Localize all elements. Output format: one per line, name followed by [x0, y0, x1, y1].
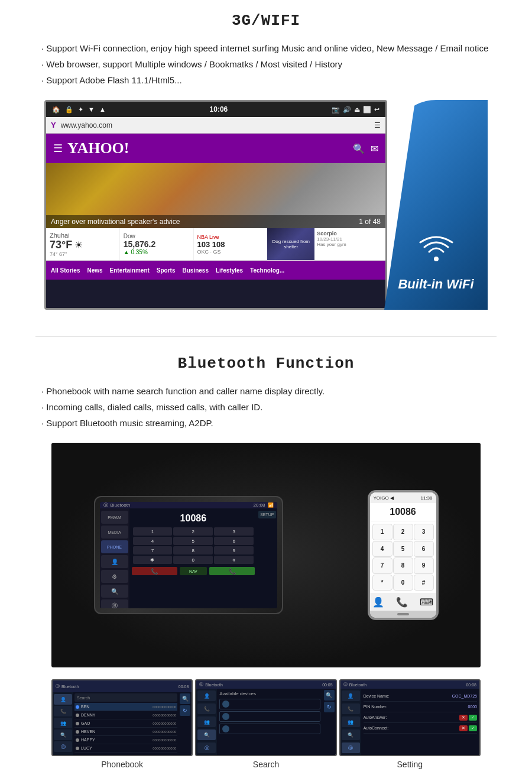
pb-item-ben[interactable]: BEN 000000000000 [74, 703, 177, 711]
phone-carrier: YOIGO ◀ [374, 495, 394, 501]
srch-item-3[interactable] [219, 724, 320, 734]
key-5[interactable]: 5 [173, 537, 213, 545]
weather-icon: ☀ [74, 239, 83, 251]
wifi-screenshot-container: 🏠 🔒 ✦ ▼ ▲ 10:06 📷 🔊 ⏏ ⬜ ↩ Y www.y [44, 100, 488, 313]
search-icon: 🔍 [353, 143, 365, 154]
srch-item-2[interactable] [219, 711, 320, 722]
phone-key-9[interactable]: 9 [414, 557, 434, 574]
phone-key-6[interactable]: 6 [414, 541, 434, 557]
phone-key-hash[interactable]: # [414, 575, 434, 591]
thumbnail-row: Ⓑ Bluetooth 00:08 👤 📞 👥 🔍 Ⓑ [51, 679, 481, 769]
phone-key-5[interactable]: 5 [393, 541, 413, 557]
phone-key-8[interactable]: 8 [393, 557, 413, 574]
srch-bt2-icon[interactable]: Ⓑ [197, 742, 216, 753]
pb-name-heven: HEVEN [81, 729, 95, 734]
phone-call-icon[interactable]: 📞 [396, 596, 408, 608]
set-contacts-icon[interactable]: 👤 [342, 690, 360, 701]
nav-lifestyles[interactable]: Lifestyles [216, 267, 243, 274]
pb-bt2-icon[interactable]: Ⓑ [54, 741, 72, 752]
set-content: Device Name: GOC_MD725 PIN Number: 0000 … [361, 689, 479, 755]
key-1[interactable]: 1 [133, 527, 173, 536]
contacts-icon-car[interactable]: 👤 [101, 555, 128, 568]
srch-group-icon[interactable]: 👥 [197, 716, 216, 727]
phone-key-3[interactable]: 3 [414, 524, 434, 540]
set-autoconnect-x[interactable]: ✕ [459, 725, 468, 731]
pb-item-denny[interactable]: DENNY 000000000000 [74, 711, 177, 719]
pb-item-heven[interactable]: HEVEN 000000000000 [74, 728, 177, 736]
end-call-btn[interactable]: 📞 [132, 567, 177, 575]
set-bt2-icon[interactable]: Ⓑ [342, 742, 360, 753]
nav-all-stories[interactable]: All Stories [51, 267, 80, 274]
car-settings-icon[interactable]: ⚙ [101, 570, 128, 583]
media-btn[interactable]: MEDIA [101, 526, 128, 539]
pb-search-btn[interactable]: 🔍 [180, 693, 190, 704]
key-0[interactable]: 0 [173, 556, 213, 564]
phone-key-0[interactable]: 0 [393, 575, 413, 591]
nav-sports[interactable]: Sports [157, 267, 176, 274]
nav-business[interactable]: Business [183, 267, 209, 274]
set-group-icon[interactable]: 👥 [342, 716, 360, 727]
set-row-pin: PIN Number: 0000 [364, 702, 477, 712]
call-btn[interactable]: 📞 [209, 567, 255, 575]
key-star[interactable]: ✱ [133, 556, 173, 564]
pb-item-lucy[interactable]: LUCY 000000000000 [74, 744, 177, 753]
key-9[interactable]: 9 [214, 546, 254, 555]
phone-key-7[interactable]: 7 [372, 557, 392, 574]
phone-key-2[interactable]: 2 [393, 524, 413, 540]
pb-phone-icon[interactable]: 📞 [54, 706, 72, 716]
key-4[interactable]: 4 [133, 537, 173, 545]
pb-contacts-icon[interactable]: 👤 [54, 694, 72, 705]
phone-home-button[interactable] [397, 613, 409, 615]
pb-item-happy[interactable]: HAPPY 000000000000 [74, 736, 177, 744]
phone-key-4[interactable]: 4 [372, 541, 392, 557]
nav-entertainment[interactable]: Entertainment [110, 267, 150, 274]
wifi-screenshot: 🏠 🔒 ✦ ▼ ▲ 10:06 📷 🔊 ⏏ ⬜ ↩ Y www.y [44, 100, 387, 310]
pb-contacts2-icon[interactable]: 👥 [54, 718, 72, 728]
pb-name-denny: DENNY [81, 713, 96, 717]
key-hash[interactable]: # [214, 556, 254, 564]
hero-section: Anger over motivational speaker's advice… [46, 163, 385, 228]
set-autoanswer-x[interactable]: ✕ [459, 715, 468, 721]
pb-time: 00:08 [179, 685, 189, 689]
nav-btn[interactable]: NAV [180, 567, 207, 575]
fmam-btn[interactable]: FM/AM [101, 511, 128, 524]
set-search2-icon[interactable]: 🔍 [342, 729, 360, 740]
phone-bottom-bar: 👤 📞 ⌨ [370, 593, 436, 611]
menu-hamburger-icon: ☰ [53, 142, 63, 155]
pb-num-denny: 000000000000 [153, 714, 176, 717]
srch-search-icon[interactable]: 🔍 [197, 729, 216, 740]
status-time: 10:06 [210, 105, 228, 114]
car-bt-icon[interactable]: Ⓑ [101, 599, 128, 608]
key-6[interactable]: 6 [214, 537, 254, 545]
setup-btn[interactable]: SETUP [258, 511, 275, 518]
srch-action-btn[interactable]: 🔍 [324, 690, 335, 701]
set-autoconnect-check[interactable]: ✓ [469, 725, 477, 731]
phone-key-star[interactable]: * [372, 575, 392, 591]
pb-search-bar[interactable]: Search [74, 693, 177, 702]
pb-item-gao[interactable]: GAO 000000000000 [74, 719, 177, 728]
car-search-icon[interactable]: 🔍 [101, 585, 128, 598]
phone-btn[interactable]: PHONE [101, 540, 128, 553]
address-bar[interactable]: Y www.yahoo.com ☰ [46, 117, 385, 134]
srch-item-1[interactable] [219, 699, 320, 709]
srch-phone-icon[interactable]: 📞 [197, 703, 216, 714]
srch-refresh-btn[interactable]: ↻ [324, 702, 335, 712]
phone-key-1[interactable]: 1 [372, 524, 392, 540]
key-8[interactable]: 8 [173, 546, 213, 555]
nav-news[interactable]: News [87, 267, 102, 274]
set-phone-icon[interactable]: 📞 [342, 703, 360, 714]
mail-icon: ✉ [371, 143, 378, 154]
key-3[interactable]: 3 [214, 527, 254, 536]
nav-technology[interactable]: Technolog... [250, 267, 284, 274]
srch-contacts-icon[interactable]: 👤 [197, 690, 216, 701]
phone-keypad-icon[interactable]: ⌨ [420, 596, 433, 608]
pb-search-icon[interactable]: 🔍 [54, 729, 72, 740]
pb-dot-ben [76, 705, 79, 709]
key-2[interactable]: 2 [173, 527, 213, 536]
pb-refresh-btn[interactable]: ↻ [180, 705, 190, 716]
phone-time: 11:38 [420, 495, 432, 501]
phone-contacts-icon[interactable]: 👤 [372, 596, 384, 608]
set-autoanswer-check[interactable]: ✓ [469, 715, 477, 721]
key-7[interactable]: 7 [133, 546, 173, 555]
srch-screen: Ⓑ Bluetooth 00:05 👤 📞 👥 🔍 Ⓑ [196, 680, 335, 755]
